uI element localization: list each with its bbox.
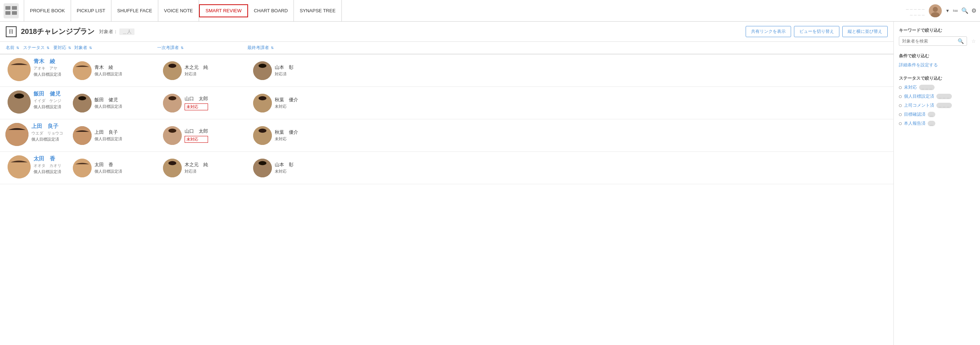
person-name-first-ota: 木之元 純 xyxy=(185,162,208,168)
svg-point-46 xyxy=(169,128,176,132)
status-dot-0 xyxy=(899,86,902,89)
nav-item-smart-review[interactable]: SMART REVIEW xyxy=(199,4,248,17)
name-kanji-iida[interactable]: 飯田 健児 xyxy=(33,91,61,97)
cell-name-iida: 飯田 健児イイダ ケンジ個人目標設定済 xyxy=(0,87,68,119)
btn-sort[interactable]: 縦と横に並び替え xyxy=(842,26,888,37)
avatar-last-iida xyxy=(253,94,272,113)
status-filter-label-1: 個人目標設定済 xyxy=(904,93,934,100)
status-dot-3 xyxy=(899,113,902,116)
cell-last-ueda: 秋葉 優介未対応 xyxy=(249,119,339,151)
svg-point-17 xyxy=(166,70,179,80)
svg-point-13 xyxy=(76,70,89,80)
person-name-first-iida: 山口 太郎 xyxy=(185,95,208,102)
page-title: 2018チャレンジプラン xyxy=(21,27,95,37)
status-filter-title: ステータスで絞り込む xyxy=(899,75,975,81)
user-info-line2: ＿＿＿＿ xyxy=(905,11,925,16)
status-text-subject-iida: 個人目標設定済 xyxy=(94,104,122,109)
content-area: 目 2018チャレンジプラン 対象者： ＿人 共有リンクを表示 ビューを切り替え… xyxy=(0,22,894,345)
logo[interactable] xyxy=(3,3,19,18)
avatar-ueda xyxy=(5,123,29,146)
status-filter-list: 未対応＿＿＿個人目標設定済＿＿＿上司コメント済＿＿＿目標確認済＿本人報告済＿ xyxy=(899,84,975,127)
svg-rect-0 xyxy=(3,3,19,18)
svg-point-25 xyxy=(11,101,27,114)
th-name[interactable]: 名前 ⇅ ステータス ⇅ 要対応 ⇅ xyxy=(6,45,74,51)
status-text-subject-ota: 個人目標設定済 xyxy=(94,169,122,174)
svg-point-60 xyxy=(169,161,176,165)
nav-item-profile-book[interactable]: PROFILE BOOK xyxy=(24,0,71,22)
person-name-subject-iida: 飯田 健児 xyxy=(94,97,122,103)
status-ueda: 個人目標設定済 xyxy=(31,137,63,142)
th-required: 要対応 xyxy=(53,45,66,51)
status-filter-item-0[interactable]: 未対応＿＿＿ xyxy=(899,84,975,91)
status-filter-item-4[interactable]: 本人報告済＿ xyxy=(899,121,975,127)
avatar-subject-iida xyxy=(73,94,92,113)
search-input[interactable] xyxy=(902,38,956,44)
th-subject[interactable]: 対象者 ⇅ xyxy=(74,45,157,51)
status-filter-item-1[interactable]: 個人目標設定済＿＿＿ xyxy=(899,93,975,100)
table-body: 青木 綾アオキ アヤ個人目標設定済 青木 綾個人目標設定済 木之元 純対応済 山… xyxy=(0,54,894,184)
table-row: 青木 綾アオキ アヤ個人目標設定済 青木 綾個人目標設定済 木之元 純対応済 山… xyxy=(0,54,894,87)
cell-subject-iida: 飯田 健児個人目標設定済 xyxy=(68,87,159,119)
cell-last-aoki: 山本 彰対応済 xyxy=(249,54,339,86)
search-icon[interactable]: 🔍 xyxy=(961,7,969,14)
person-name-last-iida: 秋葉 優介 xyxy=(275,97,298,103)
main-layout: 目 2018チャレンジプラン 対象者： ＿人 共有リンクを表示 ビューを切り替え… xyxy=(0,22,980,345)
status-dot-1 xyxy=(899,95,902,98)
header-icons: ▼ ≔ 🔍 ⚙ xyxy=(945,7,977,14)
status-aoki: 個人目標設定済 xyxy=(33,72,61,77)
avatar-last-aoki xyxy=(253,61,272,80)
svg-rect-4 xyxy=(12,11,17,15)
favorite-icon[interactable]: ☆ xyxy=(971,38,976,44)
person-name-last-ueda: 秋葉 優介 xyxy=(275,129,298,135)
sort-arrow-last: ⇅ xyxy=(271,46,274,50)
svg-point-57 xyxy=(76,167,89,177)
avatar-aoki xyxy=(8,58,31,81)
th-first-reviewer[interactable]: 一次考課者 ⇅ xyxy=(157,45,247,51)
status-filter-item-3[interactable]: 目標確認済＿ xyxy=(899,111,975,118)
name-kanji-ota[interactable]: 太田 香 xyxy=(33,155,61,162)
svg-point-10 xyxy=(11,68,27,81)
btn-view[interactable]: ビューを切り替え xyxy=(794,26,839,37)
status-text-last-ueda: 未対応 xyxy=(275,136,298,141)
status-text-last-ota: 未対応 xyxy=(275,169,293,174)
settings-icon[interactable]: ⚙ xyxy=(971,7,977,14)
nav-item-synapse-tree[interactable]: SYNAPSE TREE xyxy=(294,0,342,22)
status-filter-count-1: ＿＿＿ xyxy=(936,94,952,99)
btn-share[interactable]: 共有リンクを表示 xyxy=(746,26,791,37)
svg-point-51 xyxy=(256,135,269,145)
list-icon[interactable]: ≔ xyxy=(953,7,958,14)
svg-point-47 xyxy=(166,135,179,145)
th-last-reviewer[interactable]: 最終考課者 ⇅ xyxy=(247,45,337,51)
sort-arrow-first: ⇅ xyxy=(181,46,183,50)
svg-rect-2 xyxy=(12,6,17,10)
name-kanji-aoki[interactable]: 青木 綾 xyxy=(33,58,61,65)
status-filter-item-2[interactable]: 上司コメント済＿＿＿ xyxy=(899,102,975,108)
name-kanji-ueda[interactable]: 上田 良子 xyxy=(31,123,63,130)
svg-point-50 xyxy=(259,128,266,132)
avatar-last-ota xyxy=(253,159,272,177)
status-iida: 個人目標設定済 xyxy=(33,104,61,110)
detail-filter-link[interactable]: 詳細条件を設定する xyxy=(899,62,975,68)
svg-point-65 xyxy=(256,167,269,177)
svg-point-33 xyxy=(166,102,179,113)
name-kana-ueda: ウエダ リョウコ xyxy=(31,130,63,136)
nav-item-shuffle-face[interactable]: SHUFFLE FACE xyxy=(111,0,158,22)
nav-item-pickup-list[interactable]: PICKUP LIST xyxy=(71,0,111,22)
avatar-first-aoki xyxy=(163,61,182,80)
dropdown-icon[interactable]: ▼ xyxy=(945,8,950,13)
nav-item-voice-note[interactable]: VOICE NOTE xyxy=(158,0,199,22)
cell-subject-ueda: 上田 良子個人目標設定済 xyxy=(68,119,159,151)
keyword-filter-title: キーワードで絞り込む xyxy=(899,27,975,33)
name-kana-aoki: アオキ アヤ xyxy=(33,65,61,71)
nav-item-chart-board[interactable]: CHART BOARD xyxy=(248,0,294,22)
user-info: ＿＿＿＿＿ ＿＿＿＿ xyxy=(905,5,925,16)
condition-filter-title: 条件で絞り込む xyxy=(899,53,975,59)
status-filter-count-2: ＿＿＿ xyxy=(936,103,952,108)
table-row: 飯田 健児イイダ ケンジ個人目標設定済 飯田 健児個人目標設定済 山口 太郎未対… xyxy=(0,87,894,119)
sort-arrow-status: ⇅ xyxy=(46,46,49,50)
avatar[interactable] xyxy=(929,4,942,17)
status-text-subject-aoki: 個人目標設定済 xyxy=(94,72,122,77)
table-header: 名前 ⇅ ステータス ⇅ 要対応 ⇅ 対象者 ⇅ 一次考課者 ⇅ 最終考課者 ⇅ xyxy=(0,42,894,54)
search-icon[interactable]: 🔍 xyxy=(958,38,964,44)
cell-first-ueda: 山口 太郎未対応 xyxy=(159,119,249,151)
